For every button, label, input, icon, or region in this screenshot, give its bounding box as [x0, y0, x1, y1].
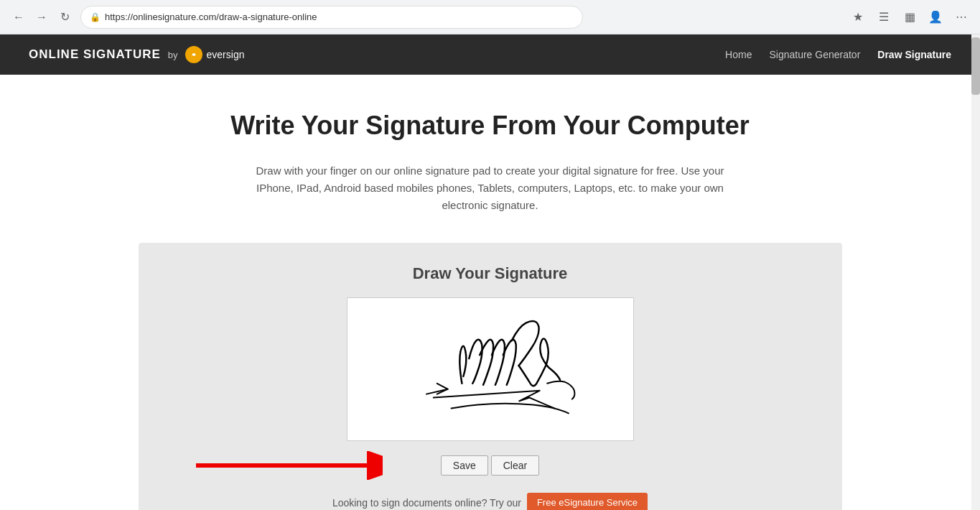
reload-button[interactable]: ↻: [55, 7, 75, 27]
logo-text: ONLINE SIGNATURE: [29, 47, 161, 62]
signature-drawing: [347, 298, 633, 440]
logo-by-text: by: [168, 50, 178, 60]
bookmark-star-button[interactable]: ★: [848, 7, 868, 27]
site-logo: ONLINE SIGNATURE by eversign: [29, 46, 244, 63]
scrollbar-thumb[interactable]: [971, 37, 980, 95]
forward-button[interactable]: →: [32, 7, 52, 27]
main-content: Write Your Signature From Your Computer …: [0, 75, 980, 510]
nav-link-signature-generator[interactable]: Signature Generator: [769, 49, 860, 60]
profile-button[interactable]: 👤: [925, 7, 946, 27]
nav-link-draw-signature[interactable]: Draw Signature: [877, 49, 951, 60]
address-bar[interactable]: 🔒 https://onlinesignature.com/draw-a-sig…: [80, 6, 583, 29]
red-arrow: [196, 451, 383, 480]
page-title: Write Your Signature From Your Computer: [29, 111, 951, 141]
extensions-button[interactable]: ▦: [900, 7, 920, 27]
url-text: https://onlinesignature.com/draw-a-signa…: [105, 11, 317, 22]
eversign-icon: [185, 46, 202, 63]
buttons-row: Save Clear: [160, 455, 821, 476]
save-button[interactable]: Save: [441, 455, 488, 476]
menu-button[interactable]: ⋯: [951, 7, 971, 27]
signature-section: Draw Your Signature: [139, 243, 842, 510]
scrollbar[interactable]: [971, 34, 980, 510]
reading-list-button[interactable]: ☰: [874, 7, 894, 27]
action-buttons: Save Clear: [441, 455, 539, 476]
signature-canvas[interactable]: [347, 297, 634, 441]
site-navbar: ONLINE SIGNATURE by eversign Home Signat…: [0, 34, 980, 75]
free-esignature-button[interactable]: Free eSignature Service: [527, 493, 648, 510]
lock-icon: 🔒: [90, 12, 101, 22]
back-button[interactable]: ←: [9, 7, 29, 27]
site-nav-links: Home Signature Generator Draw Signature: [725, 49, 951, 60]
browser-nav-buttons: ← → ↻: [9, 7, 75, 27]
clear-button[interactable]: Clear: [491, 455, 539, 476]
signature-section-title: Draw Your Signature: [160, 264, 821, 283]
page-description: Draw with your finger on our online sign…: [239, 162, 742, 214]
nav-link-home[interactable]: Home: [725, 49, 752, 60]
browser-chrome: ← → ↻ 🔒 https://onlinesignature.com/draw…: [0, 0, 980, 34]
eversign-label: eversign: [207, 49, 245, 60]
promo-text: Looking to sign documents online? Try ou…: [332, 497, 521, 509]
promo-row: Looking to sign documents online? Try ou…: [160, 493, 821, 510]
browser-actions: ★ ☰ ▦ 👤 ⋯: [848, 7, 971, 27]
arrow-container: [196, 451, 383, 480]
